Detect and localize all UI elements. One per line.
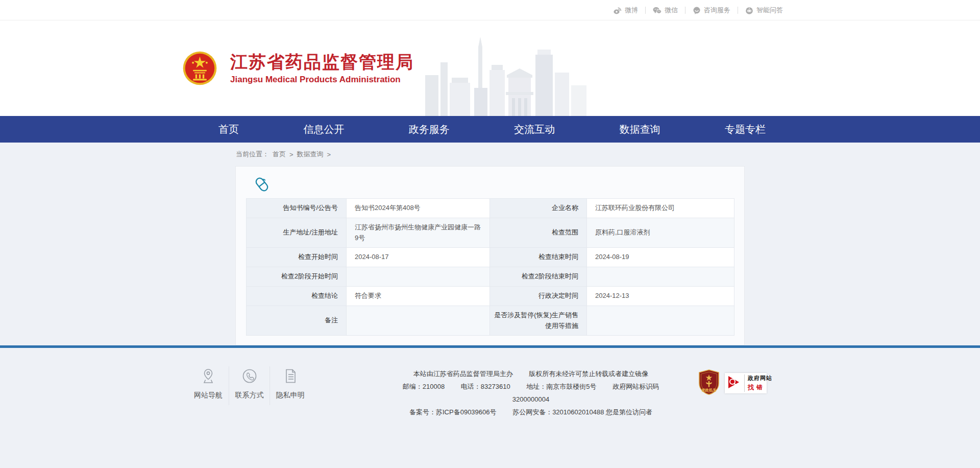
breadcrumb-separator: > [327,151,331,158]
phone-icon [229,367,270,385]
consult-service-link[interactable]: 咨询服务 [685,6,738,15]
row-label: 检查开始时间 [247,248,347,267]
privacy-link[interactable]: 隐私申明 [270,366,310,405]
footer-host-text: 本站由江苏省药品监督管理局主办 [413,370,513,378]
nav-item-data-query[interactable]: 数据查询 [616,123,665,136]
row-label: 检查2阶段结束时间 [490,267,587,287]
footer-copyright-text: 版权所有未经许可禁止转载或者建立镜像 [529,370,648,378]
row-label: 行政决定时间 [490,286,587,306]
row-label: 企业名称 [490,199,587,218]
page-footer: 网站导航 联系方式 隐私申明 [0,348,980,468]
row-label: 检查结论 [247,286,347,306]
footer-line-2: 邮编：210008 电话：83273610 地址：南京市鼓楼街5号 政府网站标识… [388,380,674,406]
smart-qa-label: 智能问答 [756,6,783,15]
party-gov-badge: 党政机关 [698,369,720,397]
smart-qa-icon [745,7,753,14]
site-map-label: 网站导航 [188,391,229,400]
nav-item-gov-services[interactable]: 政务服务 [405,123,454,136]
topbar: 微博 微信 咨询服务 智能问答 [0,0,980,20]
weibo-link[interactable]: 微博 [606,6,645,15]
error-badge-bottom-text: 找错 [748,383,772,392]
row-value [347,267,490,287]
row-value: 告知书2024年第408号 [347,199,490,218]
breadcrumb-link-home[interactable]: 首页 [273,150,286,159]
row-label: 检查范围 [490,218,587,248]
table-row: 检查2阶段开始时间 检查2阶段结束时间 [247,267,734,287]
footer-line-1: 本站由江苏省药品监督管理局主办 版权所有未经许可禁止转载或者建立镜像 [388,367,674,380]
nav-item-home[interactable]: 首页 [214,123,243,136]
consult-service-label: 咨询服务 [704,6,730,15]
table-row: 告知书编号/公告号 告知书2024年第408号 企业名称 江苏联环药业股份有限公… [247,199,734,218]
footer-line-3: 备案号：苏ICP备09039606号 苏公网安备：32010602010488 … [388,406,674,418]
breadcrumb-prefix: 当前位置： [236,150,269,159]
footer-badges: 党政机关 政府网站 找错 [698,369,767,397]
smart-qa-link[interactable]: 智能问答 [738,6,790,15]
brand-block: 江苏省药品监督管理局 Jiangsu Medical Products Admi… [183,20,414,116]
contact-link[interactable]: 联系方式 [229,366,270,405]
row-value: 2024-08-17 [347,248,490,267]
row-value: 符合要求 [347,286,490,306]
footer-address: 地址：南京市鼓楼街5号 [526,383,596,390]
table-row: 生产地址/注册地址 江苏省扬州市扬州生物健康产业园健康一路9号 检查范围 原料药… [247,218,734,248]
row-value [347,306,490,336]
table-row: 检查开始时间 2024-08-17 检查结束时间 2024-08-19 [247,248,734,267]
privacy-label: 隐私申明 [270,391,310,400]
site-titles: 江苏省药品监督管理局 Jiangsu Medical Products Admi… [230,52,414,85]
breadcrumb-link-data-query[interactable]: 数据查询 [297,150,324,159]
error-badge-top-text: 政府网站 [748,375,772,382]
nav-item-interaction[interactable]: 交流互动 [510,123,559,136]
row-label: 检查2阶段开始时间 [247,267,347,287]
national-emblem-logo [183,51,217,85]
footer-telephone: 电话：83273610 [461,383,510,390]
consult-service-icon [693,7,701,14]
row-value [587,306,734,336]
pill-icon [253,176,734,193]
row-label: 生产地址/注册地址 [247,218,347,248]
site-title-cn: 江苏省药品监督管理局 [230,52,414,73]
footer-postcode: 邮编：210008 [403,383,445,390]
detail-card: 告知书编号/公告号 告知书2024年第408号 企业名称 江苏联环药业股份有限公… [235,166,745,345]
weibo-label: 微博 [625,6,638,15]
wechat-icon [653,7,662,14]
site-header: 江苏省药品监督管理局 Jiangsu Medical Products Admi… [0,20,980,116]
row-label: 告知书编号/公告号 [247,199,347,218]
footer-icp-number: 备案号：苏ICP备09039606号 [409,408,497,416]
main-nav: 首页 信息公开 政务服务 交流互动 数据查询 专题专栏 [0,116,980,143]
footer-police-number: 苏公网安备：32010602010488 您是第位访问者 [512,408,652,416]
site-title-en: Jiangsu Medical Products Administration [230,75,414,85]
city-skyline-graphic [425,27,589,116]
footer-text-block: 本站由江苏省药品监督管理局主办 版权所有未经许可禁止转载或者建立镜像 邮编：21… [388,367,674,418]
site-error-report-badge[interactable]: 政府网站 找错 [725,373,767,393]
breadcrumb-zone: 当前位置： 首页 > 数据查询 > [0,143,980,166]
wechat-link[interactable]: 微信 [646,6,685,15]
privacy-doc-icon [270,367,310,385]
row-label: 备注 [247,306,347,336]
breadcrumb: 当前位置： 首页 > 数据查询 > [236,150,331,159]
nav-item-special-topics[interactable]: 专题专栏 [721,123,770,136]
party-badge-text: 党政机关 [701,388,717,392]
row-label: 检查结束时间 [490,248,587,267]
breadcrumb-separator: > [289,151,293,158]
map-pin-icon [188,367,229,385]
nav-item-info-disclosure[interactable]: 信息公开 [299,123,348,136]
contact-label: 联系方式 [229,391,270,400]
topbar-links: 微博 微信 咨询服务 智能问答 [606,0,790,20]
row-value [587,267,734,287]
row-label: 是否涉及暂停(恢复)生产销售使用等措施 [490,306,587,336]
weibo-icon [613,7,622,14]
error-report-magnifier-icon [728,375,741,391]
table-row: 备注 是否涉及暂停(恢复)生产销售使用等措施 [247,306,734,336]
wechat-label: 微信 [665,6,678,15]
inspection-detail-table: 告知书编号/公告号 告知书2024年第408号 企业名称 江苏联环药业股份有限公… [246,198,734,336]
footer-quick-links: 网站导航 联系方式 隐私申明 [188,366,310,405]
table-row: 检查结论 符合要求 行政决定时间 2024-12-13 [247,286,734,306]
row-value: 原料药,口服溶液剂 [587,218,734,248]
row-value: 2024-12-13 [587,286,734,306]
site-map-link[interactable]: 网站导航 [188,366,229,405]
row-value: 江苏省扬州市扬州生物健康产业园健康一路9号 [347,218,490,248]
row-value: 江苏联环药业股份有限公司 [587,199,734,218]
error-report-badge-texts: 政府网站 找错 [744,375,772,392]
row-value: 2024-08-19 [587,248,734,267]
